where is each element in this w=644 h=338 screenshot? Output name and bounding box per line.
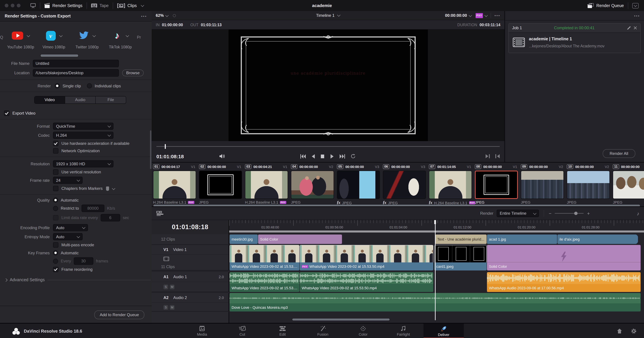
render-queue-toggle[interactable]: Render Queue [587,3,624,8]
preset-partial-right[interactable]: Pr [137,35,141,40]
timeline-clip-meetin30[interactable]: meetin30.jpg [230,235,258,244]
mixer-icon[interactable]: ♪ [637,211,639,216]
preset-twitter[interactable]: Twitter 1080p [70,30,104,49]
clip-thumbnail[interactable] [613,171,644,199]
timeline-clip-acad1[interactable]: acad 1.jpg [487,235,557,244]
timeline-zoom-slider[interactable] [555,213,584,214]
browse-button[interactable]: Browse [122,70,144,76]
timeline-audio-whatsapp-1[interactable]: WhatsApp Video 2023-09-02 at 15.53.... [230,272,299,292]
page-edit[interactable]: Edit [262,323,303,338]
location-input[interactable] [33,69,119,77]
tab-video[interactable]: Video [34,96,65,103]
codec-dropdown[interactable]: H.264 [53,132,114,139]
timeline-clip-whatsapp-video-2[interactable]: PXY WhatsApp Video 2023-09-02 at 15.53.5… [300,245,433,270]
viewer-timecode[interactable]: 00:00:00:00 [445,13,467,18]
track-header-a2[interactable]: A2 Audio 2 2.0 S M [152,293,229,311]
filmstrip-clip-11[interactable]: 1100:00:00:00 JPEG [613,163,644,206]
individual-clips-radio[interactable] [87,83,92,88]
viewer-canvas[interactable]: une académie pluridisciplinaire [152,30,504,141]
multipass-encode-checkbox[interactable] [53,242,58,248]
timeline-playhead-timecode[interactable]: 01:01:08:18 [172,223,208,231]
chevron-down-icon[interactable] [112,187,115,190]
scrubber-playhead[interactable] [165,144,166,149]
filmstrip-clip-09[interactable]: 0900:00:00:00V2 JPEG [521,163,564,206]
settings-gear-icon[interactable] [631,328,636,334]
filmstrip-clip-08-selected[interactable]: 0800:00:00:00V1 JPEG [475,163,518,206]
filmstrip-scrollbar[interactable] [153,204,640,207]
track-header-v1[interactable]: V1 Video 1 11 Clips [152,245,229,270]
a1-solo-button[interactable]: S [164,285,168,289]
page-cut[interactable]: Cut [222,323,262,338]
clip-thumbnail[interactable] [475,171,518,199]
tab-audio[interactable]: Audio [65,96,96,103]
tape-toggle[interactable]: Tape [91,3,108,8]
clip-thumbnail[interactable] [567,171,610,199]
filmstrip-clip-07[interactable]: 0700:01:14:05V1 fxH.264 Baseline L3.1PXY [429,163,472,206]
page-fusion[interactable]: Fusion [303,323,343,338]
preset-scrollbar[interactable] [40,54,78,57]
vertical-resolution-checkbox[interactable] [53,169,58,175]
page-media[interactable]: Media [182,323,222,338]
zoom-slider-knob[interactable] [574,212,578,215]
stop-button[interactable] [321,154,324,158]
quality-automatic-radio[interactable] [53,198,58,203]
timeline-clip-text-title[interactable]: Text - Une académie plurid... [435,235,486,244]
hardware-acceleration-checkbox[interactable] [53,141,58,146]
a2-mute-button[interactable]: M [170,305,174,310]
play-button[interactable] [330,154,334,158]
project-manager-icon[interactable] [617,328,622,334]
render-job-card[interactable]: Job 1 Completed in 00:00:41 academie | T… [508,23,641,53]
chevron-down-icon[interactable] [92,34,96,37]
page-fairlight[interactable]: Fairlight [383,323,424,338]
chevron-down-icon[interactable] [59,34,62,37]
network-optimization-checkbox[interactable] [53,148,58,153]
page-color[interactable]: Color [343,323,383,338]
loop-button[interactable] [351,154,356,158]
filmstrip-view-icon[interactable] [152,255,228,261]
zoom-out-button[interactable]: − [549,212,552,215]
edit-job-icon[interactable] [626,26,631,30]
window-controls[interactable] [5,4,23,8]
single-clip-radio[interactable] [55,83,60,88]
viewer-options-menu[interactable]: ••• [494,14,500,18]
chevron-down-icon[interactable] [484,14,488,17]
chapters-checkbox[interactable] [53,186,58,191]
encoding-profile-dropdown[interactable]: Auto [53,224,88,231]
limit-data-rate-checkbox[interactable] [53,215,58,220]
preset-tiktok[interactable]: ♪♪♪ TikTok 1080p [104,30,137,49]
keyframes-automatic-radio[interactable] [53,250,58,255]
clips-toggle[interactable]: Clips [117,3,144,8]
restrict-bitrate-input[interactable] [82,205,104,212]
a2-solo-button[interactable]: S [164,305,168,310]
clip-thumbnail[interactable] [199,171,242,199]
marker-color-chip[interactable] [106,186,109,191]
timeline-ruler[interactable]: 01:00:48:00 01:00:56:00 01:01:04:00 01:0… [229,220,644,231]
last-frame-button[interactable] [340,154,345,158]
timeline-clip-whatsapp-video-1[interactable]: WhatsApp Video 2023-09-02 at 15.53.... [230,245,299,270]
export-video-checkbox[interactable] [4,111,10,116]
out-timecode[interactable]: 01:03:11:13 [201,23,222,27]
frame-reordering-checkbox[interactable] [53,267,58,272]
add-to-render-queue-button[interactable]: Add to Render Queue [94,310,144,319]
entropy-mode-dropdown[interactable]: Auto [53,233,82,240]
keyframes-interval-input[interactable] [74,257,93,265]
preset-vimeo[interactable]: v Vimeo 1080p [37,30,70,49]
chevron-down-icon[interactable] [126,34,129,37]
tab-file[interactable]: File [96,96,126,103]
workspace-dropdown[interactable] [632,3,639,8]
timeline-clip-solid-color-v2[interactable]: Solid Color [258,235,342,244]
advanced-settings-toggle[interactable]: Advanced Settings [5,277,152,282]
format-dropdown[interactable]: QuickTime [53,123,114,130]
window-minimize-button[interactable] [11,4,14,8]
timeline-playhead[interactable] [435,220,436,320]
timeline-clip-card1[interactable]: card1.jpeg [434,245,486,270]
limit-interval-input[interactable] [100,214,120,221]
file-name-input[interactable] [33,60,119,67]
clip-thumbnail[interactable] [153,171,196,199]
timeline-scrollbar[interactable] [292,318,390,321]
track-header-a1[interactable]: A1 Audio 1 2.0 S M [152,272,229,292]
render-settings-toggle[interactable]: Render Settings [44,3,82,8]
timeline-audio-whatsapp-2[interactable]: WhatsApp Video 2023-09-02 at 15.53.50.mp… [300,272,433,292]
timeline-clip-ile-daix[interactable]: ile d'aix.jpeg [558,235,638,244]
render-range-dropdown[interactable]: Entire Timeline [497,210,539,217]
